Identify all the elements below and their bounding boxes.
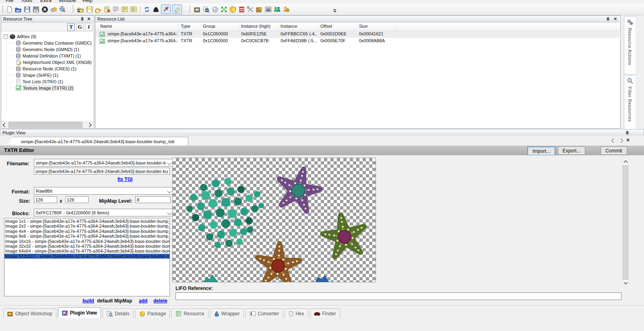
mipmap-level-input[interactable]	[135, 196, 171, 203]
scroll-thumb[interactable]	[8, 122, 83, 128]
scroll-right-arrow[interactable]	[87, 123, 91, 127]
tab-package[interactable]: Package	[135, 308, 170, 318]
menu-help[interactable]: Help	[83, 0, 93, 3]
toolbar-overflow-2[interactable]	[205, 9, 209, 15]
new-file-icon[interactable]	[5, 5, 14, 14]
tree-node-gmnd[interactable]: Geometric Node (GMND) (1)	[11, 46, 93, 52]
new-sim-icon[interactable]	[49, 5, 58, 14]
sim-hat-icon[interactable]	[151, 5, 160, 14]
import-button[interactable]: Import...	[527, 146, 555, 156]
col-instance[interactable]: Instance	[281, 24, 297, 29]
photo-box-icon[interactable]	[264, 5, 272, 14]
format-combobox[interactable]: Raw8Bit	[34, 187, 173, 195]
object-workshop-icon[interactable]	[193, 5, 202, 14]
table-row[interactable]: simpe-[5aceb43e-a17e-4775-a364-2... TXTR…	[95, 31, 619, 38]
toolbar-grip[interactable]	[2, 5, 3, 13]
tree-node-str[interactable]: Text Lists (STR#) (1)	[11, 78, 93, 84]
size-width-input[interactable]	[34, 196, 57, 203]
hex-book-icon[interactable]	[237, 5, 246, 14]
collapse-icon[interactable]: −	[4, 34, 8, 39]
texture-preview[interactable]	[172, 158, 376, 282]
tab-resource[interactable]: Resource	[171, 308, 208, 318]
filename-combobox[interactable]: simpe-[5aceb43e-a17e-4775-a364-24aeafc3e…	[34, 159, 173, 167]
tree-node-txmt[interactable]: Material Definition (TXMT) (1)	[11, 53, 93, 59]
tree-filter-group-button[interactable]: G	[76, 23, 84, 31]
comment-icon[interactable]	[111, 5, 120, 14]
mipmap-image-listbox[interactable]: Image 1x1 - simpe-[5aceb43e-a17e-4775-a3…	[4, 218, 170, 296]
tree-node-xngb[interactable]: Neighborhood Object XML (XNGB) (1)	[11, 59, 93, 65]
sync-icon[interactable]	[142, 5, 151, 14]
save-as-icon[interactable]	[31, 5, 40, 14]
scroll-up-arrow[interactable]	[623, 160, 627, 164]
build-link[interactable]: build	[83, 298, 94, 304]
tab-details[interactable]: Details	[103, 308, 134, 318]
list-item[interactable]: Image 1x1 - simpe-[5aceb43e-a17e-4775-a3…	[5, 219, 169, 224]
notes-alt-icon[interactable]	[129, 5, 138, 14]
tree-filter-type-button[interactable]: T	[67, 23, 75, 31]
toolbar-grip-2[interactable]	[72, 5, 74, 13]
tab-wrapper[interactable]: Wrapper	[210, 308, 244, 318]
menu-extra[interactable]: Extra	[40, 0, 52, 3]
col-size[interactable]: Size	[359, 24, 367, 29]
search-globe-icon[interactable]	[58, 5, 67, 14]
open-file-icon[interactable]	[14, 5, 23, 14]
undo-package-icon[interactable]	[94, 5, 103, 14]
tree-hscrollbar[interactable]	[1, 121, 93, 128]
export-button[interactable]: Export...	[558, 146, 585, 155]
tab-converter[interactable]: Converter	[246, 308, 283, 318]
tab-scroll-left-icon[interactable]	[611, 138, 616, 143]
tree-filter-instance-button[interactable]: I	[85, 23, 93, 31]
toolbar-overflow-1[interactable]	[77, 9, 81, 15]
list-item-selected[interactable]: Image 512x512 - simpe-[5aceb43e-a17e-477…	[4, 254, 169, 259]
dots-grid-icon[interactable]	[219, 5, 228, 14]
side-tab-resource-actions[interactable]: Resource Actions	[624, 16, 636, 75]
table-row[interactable]: simpe-[5aceb43e-a17e-4775-a364-2... TXTR…	[95, 38, 619, 45]
fix-tgi-link[interactable]: fix TGI	[118, 177, 132, 182]
tree-node-gmdc[interactable]: Geometric Data Container (GMDC) (1)	[11, 40, 93, 46]
sphere-icon[interactable]	[211, 5, 219, 14]
list-item[interactable]: Image 32x32 - simpe-[5aceb43e-a17e-4775-…	[5, 244, 169, 249]
tab-finder[interactable]: Finder	[310, 308, 340, 318]
col-type[interactable]: Type	[181, 24, 190, 29]
tab-close-icon[interactable]: ×	[626, 138, 630, 142]
tab-plugin-view[interactable]: Plugin View	[58, 307, 101, 318]
tab-object-workshop[interactable]: Object Workshop	[3, 308, 56, 318]
delete-link[interactable]: delete	[153, 298, 167, 304]
col-group[interactable]: Group	[203, 24, 215, 29]
close-icon[interactable]: ×	[87, 17, 91, 21]
pin-toggle-icon[interactable]	[161, 4, 171, 14]
list-item[interactable]: Image 16x16 - simpe-[5aceb43e-a17e-4775-…	[5, 239, 169, 244]
toolbar-grip-3[interactable]	[189, 5, 190, 13]
tree-node-cres[interactable]: Resource Node (CRES) (1)	[11, 66, 93, 72]
people-icon[interactable]	[272, 5, 281, 14]
list-item[interactable]: Image 64x64 - simpe-[5aceb43e-a17e-4775-…	[5, 249, 169, 253]
toolbar-overflow-3[interactable]	[333, 9, 337, 15]
menu-window[interactable]: Window	[59, 0, 76, 3]
delete-resource-icon[interactable]	[103, 5, 111, 14]
col-instance-high[interactable]: Instance (high)	[241, 24, 270, 29]
list-item[interactable]: Image 8x8 - simpe-[5aceb43e-a17e-4775-a3…	[5, 234, 169, 238]
plugin-vscrollbar[interactable]	[622, 158, 629, 286]
eraser-toggle-icon[interactable]	[172, 4, 182, 14]
size-height-input[interactable]	[65, 196, 89, 203]
box-star-icon[interactable]	[255, 5, 264, 14]
scroll-left-arrow[interactable]	[2, 123, 7, 127]
col-offset[interactable]: Offset	[320, 24, 332, 29]
scroll-thumb[interactable]	[623, 165, 628, 280]
list-item[interactable]: Image 2x2 - simpe-[5aceb43e-a17e-4775-a3…	[5, 224, 169, 228]
add-link[interactable]: add	[139, 298, 147, 304]
scroll-down-arrow[interactable]	[623, 280, 627, 284]
lifo-reference-input[interactable]	[175, 292, 621, 300]
close-icon[interactable]: ×	[614, 17, 617, 21]
list-item[interactable]: Image 4x4 - simpe-[5aceb43e-a17e-4775-a3…	[5, 229, 169, 234]
blocks-combobox[interactable]: 0xFFC17B9F - 0x41200000 (8 Items)	[34, 209, 173, 216]
col-name[interactable]: Name	[100, 24, 112, 29]
tree-node-txtr[interactable]: Texture Image (TXTR) (2)	[11, 85, 93, 91]
menu-tools[interactable]: Tools	[21, 0, 32, 3]
shield-icon[interactable]	[228, 5, 237, 14]
close-package-icon[interactable]	[40, 5, 49, 14]
save-package-icon[interactable]	[85, 5, 94, 14]
notes-icon[interactable]	[120, 5, 129, 14]
tab-txtr-document[interactable]: simpe-[5aceb43e-a17e-4775-a364-24aeafc3e…	[7, 137, 188, 146]
menu-file[interactable]: File	[6, 0, 13, 3]
